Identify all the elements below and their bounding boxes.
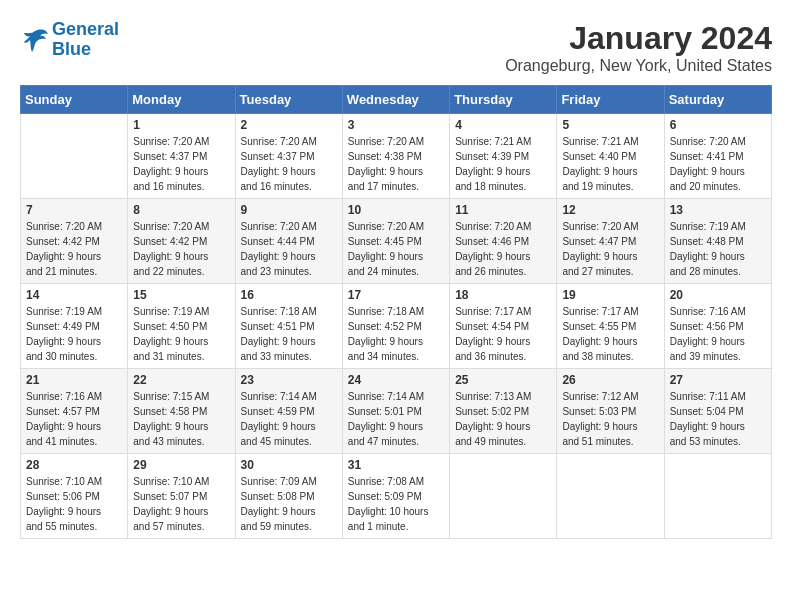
calendar-cell [557, 454, 664, 539]
day-info: Sunrise: 7:10 AMSunset: 5:07 PMDaylight:… [133, 474, 229, 534]
day-info: Sunrise: 7:17 AMSunset: 4:55 PMDaylight:… [562, 304, 658, 364]
day-number: 8 [133, 203, 229, 217]
calendar-cell: 10Sunrise: 7:20 AMSunset: 4:45 PMDayligh… [342, 199, 449, 284]
calendar-cell: 7Sunrise: 7:20 AMSunset: 4:42 PMDaylight… [21, 199, 128, 284]
col-header-wednesday: Wednesday [342, 86, 449, 114]
day-info: Sunrise: 7:18 AMSunset: 4:51 PMDaylight:… [241, 304, 337, 364]
calendar-cell [450, 454, 557, 539]
calendar-cell: 30Sunrise: 7:09 AMSunset: 5:08 PMDayligh… [235, 454, 342, 539]
day-info: Sunrise: 7:20 AMSunset: 4:42 PMDaylight:… [133, 219, 229, 279]
calendar-cell: 14Sunrise: 7:19 AMSunset: 4:49 PMDayligh… [21, 284, 128, 369]
day-info: Sunrise: 7:18 AMSunset: 4:52 PMDaylight:… [348, 304, 444, 364]
day-number: 29 [133, 458, 229, 472]
calendar-cell: 22Sunrise: 7:15 AMSunset: 4:58 PMDayligh… [128, 369, 235, 454]
calendar-week-5: 28Sunrise: 7:10 AMSunset: 5:06 PMDayligh… [21, 454, 772, 539]
day-number: 6 [670, 118, 766, 132]
day-info: Sunrise: 7:20 AMSunset: 4:37 PMDaylight:… [133, 134, 229, 194]
day-info: Sunrise: 7:17 AMSunset: 4:54 PMDaylight:… [455, 304, 551, 364]
day-number: 4 [455, 118, 551, 132]
col-header-friday: Friday [557, 86, 664, 114]
day-number: 20 [670, 288, 766, 302]
day-info: Sunrise: 7:19 AMSunset: 4:50 PMDaylight:… [133, 304, 229, 364]
calendar-cell: 24Sunrise: 7:14 AMSunset: 5:01 PMDayligh… [342, 369, 449, 454]
col-header-sunday: Sunday [21, 86, 128, 114]
day-number: 1 [133, 118, 229, 132]
calendar-cell: 25Sunrise: 7:13 AMSunset: 5:02 PMDayligh… [450, 369, 557, 454]
calendar-cell: 21Sunrise: 7:16 AMSunset: 4:57 PMDayligh… [21, 369, 128, 454]
day-info: Sunrise: 7:10 AMSunset: 5:06 PMDaylight:… [26, 474, 122, 534]
calendar-cell [21, 114, 128, 199]
calendar-cell: 31Sunrise: 7:08 AMSunset: 5:09 PMDayligh… [342, 454, 449, 539]
day-info: Sunrise: 7:21 AMSunset: 4:40 PMDaylight:… [562, 134, 658, 194]
day-number: 23 [241, 373, 337, 387]
day-info: Sunrise: 7:12 AMSunset: 5:03 PMDaylight:… [562, 389, 658, 449]
day-number: 12 [562, 203, 658, 217]
day-number: 3 [348, 118, 444, 132]
logo-text: General Blue [52, 20, 119, 60]
logo-icon [20, 26, 48, 54]
calendar-cell: 2Sunrise: 7:20 AMSunset: 4:37 PMDaylight… [235, 114, 342, 199]
calendar-cell: 13Sunrise: 7:19 AMSunset: 4:48 PMDayligh… [664, 199, 771, 284]
calendar-cell [664, 454, 771, 539]
calendar-cell: 1Sunrise: 7:20 AMSunset: 4:37 PMDaylight… [128, 114, 235, 199]
calendar-week-3: 14Sunrise: 7:19 AMSunset: 4:49 PMDayligh… [21, 284, 772, 369]
day-info: Sunrise: 7:20 AMSunset: 4:45 PMDaylight:… [348, 219, 444, 279]
calendar-cell: 23Sunrise: 7:14 AMSunset: 4:59 PMDayligh… [235, 369, 342, 454]
day-info: Sunrise: 7:11 AMSunset: 5:04 PMDaylight:… [670, 389, 766, 449]
day-number: 24 [348, 373, 444, 387]
day-number: 13 [670, 203, 766, 217]
day-number: 11 [455, 203, 551, 217]
calendar-cell: 5Sunrise: 7:21 AMSunset: 4:40 PMDaylight… [557, 114, 664, 199]
calendar-cell: 19Sunrise: 7:17 AMSunset: 4:55 PMDayligh… [557, 284, 664, 369]
day-number: 30 [241, 458, 337, 472]
day-info: Sunrise: 7:19 AMSunset: 4:48 PMDaylight:… [670, 219, 766, 279]
calendar-week-2: 7Sunrise: 7:20 AMSunset: 4:42 PMDaylight… [21, 199, 772, 284]
title-block: January 2024 Orangeburg, New York, Unite… [505, 20, 772, 75]
calendar-header-row: SundayMondayTuesdayWednesdayThursdayFrid… [21, 86, 772, 114]
col-header-monday: Monday [128, 86, 235, 114]
calendar-cell: 12Sunrise: 7:20 AMSunset: 4:47 PMDayligh… [557, 199, 664, 284]
day-number: 16 [241, 288, 337, 302]
day-number: 18 [455, 288, 551, 302]
day-info: Sunrise: 7:20 AMSunset: 4:46 PMDaylight:… [455, 219, 551, 279]
day-info: Sunrise: 7:13 AMSunset: 5:02 PMDaylight:… [455, 389, 551, 449]
day-number: 22 [133, 373, 229, 387]
calendar-cell: 8Sunrise: 7:20 AMSunset: 4:42 PMDaylight… [128, 199, 235, 284]
day-info: Sunrise: 7:08 AMSunset: 5:09 PMDaylight:… [348, 474, 444, 534]
calendar-cell: 18Sunrise: 7:17 AMSunset: 4:54 PMDayligh… [450, 284, 557, 369]
calendar-cell: 27Sunrise: 7:11 AMSunset: 5:04 PMDayligh… [664, 369, 771, 454]
day-number: 14 [26, 288, 122, 302]
day-number: 17 [348, 288, 444, 302]
day-info: Sunrise: 7:15 AMSunset: 4:58 PMDaylight:… [133, 389, 229, 449]
col-header-tuesday: Tuesday [235, 86, 342, 114]
day-info: Sunrise: 7:09 AMSunset: 5:08 PMDaylight:… [241, 474, 337, 534]
day-number: 5 [562, 118, 658, 132]
calendar-cell: 20Sunrise: 7:16 AMSunset: 4:56 PMDayligh… [664, 284, 771, 369]
month-title: January 2024 [505, 20, 772, 57]
day-number: 25 [455, 373, 551, 387]
logo: General Blue [20, 20, 119, 60]
day-info: Sunrise: 7:14 AMSunset: 4:59 PMDaylight:… [241, 389, 337, 449]
day-number: 21 [26, 373, 122, 387]
calendar-table: SundayMondayTuesdayWednesdayThursdayFrid… [20, 85, 772, 539]
col-header-thursday: Thursday [450, 86, 557, 114]
day-info: Sunrise: 7:20 AMSunset: 4:41 PMDaylight:… [670, 134, 766, 194]
day-number: 9 [241, 203, 337, 217]
day-number: 27 [670, 373, 766, 387]
calendar-cell: 29Sunrise: 7:10 AMSunset: 5:07 PMDayligh… [128, 454, 235, 539]
day-number: 19 [562, 288, 658, 302]
location: Orangeburg, New York, United States [505, 57, 772, 75]
day-number: 7 [26, 203, 122, 217]
calendar-week-4: 21Sunrise: 7:16 AMSunset: 4:57 PMDayligh… [21, 369, 772, 454]
day-info: Sunrise: 7:20 AMSunset: 4:47 PMDaylight:… [562, 219, 658, 279]
day-info: Sunrise: 7:14 AMSunset: 5:01 PMDaylight:… [348, 389, 444, 449]
calendar-cell: 6Sunrise: 7:20 AMSunset: 4:41 PMDaylight… [664, 114, 771, 199]
calendar-cell: 28Sunrise: 7:10 AMSunset: 5:06 PMDayligh… [21, 454, 128, 539]
day-number: 10 [348, 203, 444, 217]
day-number: 2 [241, 118, 337, 132]
calendar-cell: 3Sunrise: 7:20 AMSunset: 4:38 PMDaylight… [342, 114, 449, 199]
day-info: Sunrise: 7:19 AMSunset: 4:49 PMDaylight:… [26, 304, 122, 364]
calendar-cell: 11Sunrise: 7:20 AMSunset: 4:46 PMDayligh… [450, 199, 557, 284]
calendar-cell: 9Sunrise: 7:20 AMSunset: 4:44 PMDaylight… [235, 199, 342, 284]
page-header: General Blue January 2024 Orangeburg, Ne… [20, 20, 772, 75]
